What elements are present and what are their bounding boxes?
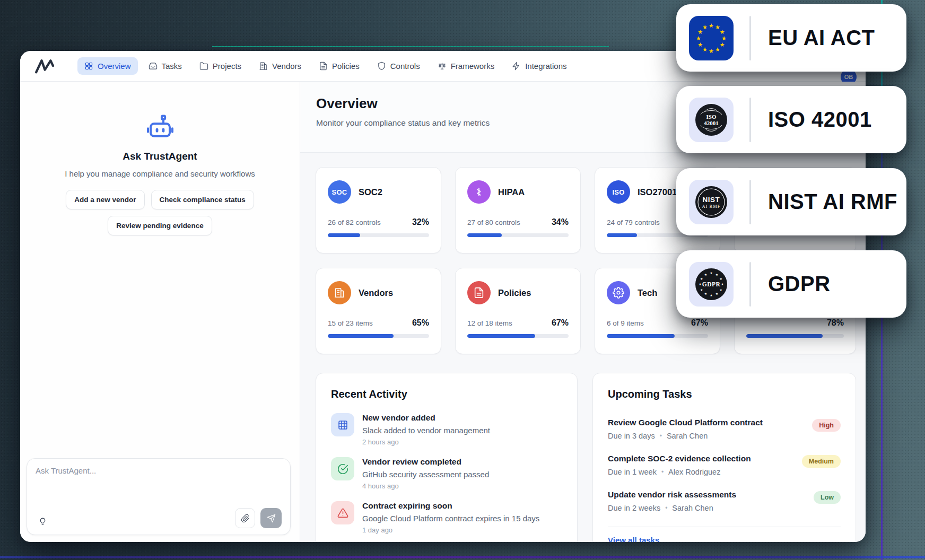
agent-chat-input[interactable] — [36, 466, 282, 508]
task-title: Update vendor risk assessments — [608, 490, 736, 500]
tab-projects[interactable]: Projects — [193, 57, 248, 75]
framework-label: EU AI ACT — [768, 26, 875, 50]
logo-zigzag-icon — [34, 59, 57, 74]
check-compliance-button[interactable]: Check compliance status — [151, 190, 254, 209]
soc2-badge-icon: SOC — [328, 180, 351, 204]
task-due: Due in 2 weeks — [608, 504, 660, 512]
svg-text:★: ★ — [704, 292, 707, 295]
svg-text:ISO: ISO — [706, 113, 717, 120]
agent-subtitle: I help you manage compliance and securit… — [65, 169, 255, 178]
activity-item[interactable]: Contract expiring soon Google Cloud Plat… — [331, 501, 562, 534]
warning-triangle-icon — [331, 501, 354, 524]
building-icon — [259, 62, 268, 71]
stat-card-soc2[interactable]: SOC SOC2 26 of 82 controls 32% — [316, 167, 441, 253]
upcoming-tasks-panel: Upcoming Tasks Review Google Cloud Platf… — [592, 373, 856, 542]
separator-dot: • — [665, 504, 667, 512]
iso-42001-seal-icon: ISO 42001 — [689, 98, 734, 142]
svg-text:★: ★ — [720, 41, 725, 48]
stat-percent: 65% — [412, 318, 429, 328]
tech-gear-icon — [607, 281, 630, 304]
zap-icon — [512, 62, 521, 71]
send-icon — [267, 514, 276, 523]
stat-card-policies[interactable]: Policies 12 of 18 items 67% — [455, 268, 581, 354]
activity-item[interactable]: Vendor review completed GitHub security … — [331, 457, 562, 490]
stat-count: 27 of 80 controls — [467, 218, 520, 226]
tab-integrations[interactable]: Integrations — [505, 57, 573, 75]
bottom-panels: Recent Activity New vendor added Slack a… — [316, 373, 866, 542]
attach-button[interactable] — [235, 508, 255, 528]
send-button[interactable] — [260, 508, 282, 528]
task-due: Due in 1 week — [608, 468, 657, 476]
framework-label: ISO 42001 — [768, 108, 872, 132]
task-list: Review Google Cloud Platform contract Du… — [608, 411, 841, 519]
divider — [749, 262, 751, 307]
lightbulb-icon — [38, 517, 47, 526]
decorative-line-horizontal — [212, 46, 609, 47]
activity-desc: Google Cloud Platform contract expires i… — [362, 514, 539, 523]
progress-bar — [467, 233, 569, 237]
inbox-icon — [149, 62, 158, 71]
tab-label: Integrations — [525, 62, 566, 71]
tab-label: Tasks — [162, 62, 182, 71]
divider — [749, 98, 751, 142]
grid-icon — [84, 62, 93, 71]
app-logo[interactable] — [34, 59, 57, 74]
tab-label: Vendors — [272, 62, 301, 71]
nist-ai-rmf-seal-icon: NIST AI RMF — [689, 180, 734, 224]
stat-percent: 32% — [412, 217, 429, 227]
framework-label: NIST AI RMF — [768, 190, 897, 214]
svg-text:★: ★ — [696, 35, 701, 42]
tab-vendors[interactable]: Vendors — [252, 57, 308, 75]
divider — [749, 180, 751, 224]
svg-text:★: ★ — [715, 292, 718, 295]
chat-actions — [235, 508, 282, 528]
activity-title: New vendor added — [362, 413, 490, 423]
tab-label: Policies — [332, 62, 360, 71]
progress-bar — [328, 334, 429, 338]
stat-count: 6 of 9 items — [607, 319, 644, 327]
view-all-tasks-link[interactable]: View all tasks — [608, 536, 659, 542]
task-row[interactable]: Update vendor risk assessments Due in 2 … — [608, 483, 841, 519]
add-vendor-button[interactable]: Add a new vendor — [66, 190, 144, 209]
stat-percent: 67% — [691, 318, 708, 328]
stat-count: 12 of 18 items — [467, 319, 512, 327]
tab-policies[interactable]: Policies — [312, 57, 366, 75]
activity-time: 1 day ago — [362, 526, 539, 534]
svg-text:★: ★ — [720, 276, 722, 280]
stat-count: 26 of 82 controls — [328, 218, 381, 226]
agent-sidebar: Ask TrustAgent I help you manage complia… — [20, 82, 300, 541]
paperclip-icon — [241, 514, 250, 523]
stat-card-hipaa[interactable]: HIPAA 27 of 80 controls 34% — [455, 167, 581, 253]
tab-label: Frameworks — [451, 62, 495, 71]
stat-label: ISO27001 — [638, 187, 677, 197]
tab-controls[interactable]: Controls — [370, 57, 427, 75]
chat-footer — [36, 508, 282, 528]
tab-tasks[interactable]: Tasks — [142, 57, 189, 75]
svg-text:GDPR: GDPR — [702, 281, 721, 287]
tab-frameworks[interactable]: Frameworks — [431, 57, 502, 75]
progress-bar — [746, 334, 844, 338]
task-row[interactable]: Complete SOC-2 evidence collection Due i… — [608, 447, 841, 483]
upcoming-tasks-title: Upcoming Tasks — [608, 388, 841, 400]
stat-percent: 78% — [827, 318, 844, 328]
nav-tabs: Overview Tasks Projects Vendors Policies… — [77, 57, 574, 75]
task-title: Complete SOC-2 evidence collection — [608, 454, 751, 463]
svg-text:★: ★ — [702, 46, 708, 52]
policies-document-icon — [467, 281, 491, 304]
agent-chat-input-box — [27, 458, 291, 535]
task-row[interactable]: Review Google Cloud Platform contract Du… — [608, 411, 841, 447]
suggestions-button[interactable] — [36, 514, 49, 528]
priority-badge: High — [812, 419, 841, 432]
tab-overview[interactable]: Overview — [77, 57, 138, 75]
priority-badge: Medium — [802, 455, 841, 468]
review-evidence-button[interactable]: Review pending evidence — [108, 216, 212, 235]
scales-icon — [438, 62, 447, 71]
stat-card-vendors[interactable]: Vendors 15 of 23 items 65% — [316, 268, 441, 354]
svg-text:★: ★ — [700, 287, 703, 291]
activity-desc: Slack added to vendor management — [362, 426, 490, 435]
svg-text:★: ★ — [710, 293, 712, 297]
folder-icon — [199, 62, 208, 71]
activity-item[interactable]: New vendor added Slack added to vendor m… — [331, 413, 562, 446]
stat-count: 15 of 23 items — [328, 319, 373, 327]
separator-dot: • — [660, 432, 662, 440]
